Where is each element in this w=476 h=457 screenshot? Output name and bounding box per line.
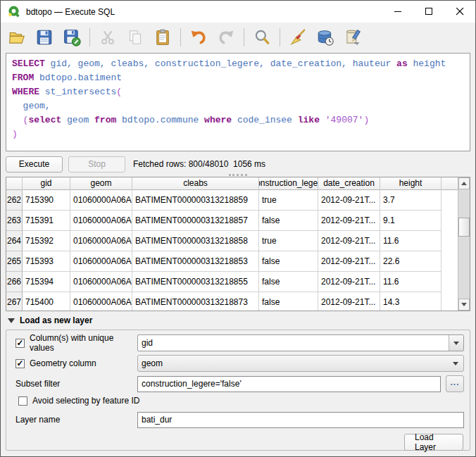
query-history-button[interactable] bbox=[313, 26, 337, 49]
toolbar bbox=[1, 23, 475, 51]
corner-header-cell[interactable] bbox=[6, 177, 23, 190]
combo-dropdown-button[interactable] bbox=[449, 335, 463, 351]
layer-name-input[interactable] bbox=[137, 412, 464, 428]
save-query-button[interactable] bbox=[32, 26, 56, 49]
load-as-new-layer-header[interactable]: Load as new layer bbox=[1, 311, 475, 330]
find-button[interactable] bbox=[250, 26, 274, 49]
table-cell-gid[interactable]: 715393 bbox=[23, 251, 70, 272]
table-cell-geom[interactable]: 01060000A06A0... bbox=[70, 231, 132, 251]
row-number-cell[interactable]: 265 bbox=[6, 251, 23, 272]
vertical-scrollbar[interactable] bbox=[458, 177, 470, 311]
unique-values-label[interactable]: Column(s) with unique values bbox=[30, 333, 137, 353]
minimize-button[interactable] bbox=[382, 1, 413, 23]
table-cell-height[interactable]: 3.7 bbox=[380, 190, 441, 211]
table-cell-geom[interactable]: 01060000A06A0... bbox=[70, 292, 132, 311]
column-header-gid[interactable]: gid bbox=[23, 177, 70, 190]
unique-values-combobox[interactable]: gid bbox=[137, 334, 464, 351]
arrow-down-icon bbox=[461, 303, 467, 306]
row-number-cell[interactable]: 266 bbox=[6, 272, 23, 292]
column-header-height[interactable]: height bbox=[380, 177, 441, 190]
row-number-cell[interactable]: 264 bbox=[6, 231, 23, 251]
table-cell-cleabs[interactable]: BATIMENT000000313218859 bbox=[132, 190, 259, 211]
table-row: 26771540001060000A06A0...BATIMENT0000003… bbox=[6, 292, 458, 311]
clear-query-button[interactable] bbox=[286, 26, 310, 49]
avoid-feature-id-checkbox[interactable] bbox=[18, 396, 27, 406]
table-cell-construction_legere[interactable]: true bbox=[259, 231, 318, 251]
combo-dropdown-button[interactable] bbox=[448, 362, 463, 365]
table-cell-geom[interactable]: 01060000A06A0... bbox=[70, 211, 132, 231]
maximize-icon bbox=[425, 8, 433, 15]
geometry-column-checkbox[interactable] bbox=[15, 359, 25, 368]
table-cell-cleabs[interactable]: BATIMENT000000313218857 bbox=[132, 211, 259, 231]
table-cell-construction_legere[interactable]: false bbox=[259, 272, 318, 292]
table-cell-geom[interactable]: 01060000A06A0... bbox=[70, 190, 132, 211]
table-cell-height[interactable]: 11.6 bbox=[380, 272, 441, 292]
scroll-down-button[interactable] bbox=[458, 299, 470, 311]
table-cell-cleabs[interactable]: BATIMENT000000313218858 bbox=[132, 231, 259, 251]
table-cell-height[interactable]: 9.1 bbox=[380, 211, 441, 231]
load-layer-button[interactable]: Load Layer bbox=[404, 434, 463, 451]
table-cell-gid[interactable]: 715400 bbox=[23, 292, 70, 311]
save-query-as-button[interactable] bbox=[60, 26, 84, 49]
table-cell-gid[interactable]: 715390 bbox=[23, 190, 70, 211]
paste-button[interactable] bbox=[151, 26, 175, 49]
table-cell-construction_legere[interactable]: false bbox=[259, 211, 318, 231]
table-row: 26471539201060000A06A0...BATIMENT0000003… bbox=[6, 231, 458, 251]
table-cell-date_creation[interactable]: 2012-09-21T... bbox=[318, 231, 380, 251]
unique-values-checkbox[interactable] bbox=[15, 339, 25, 348]
create-view-icon bbox=[344, 28, 362, 46]
row-filler bbox=[441, 231, 458, 251]
cut-icon bbox=[99, 28, 117, 46]
table-cell-date_creation[interactable]: 2012-09-21T... bbox=[318, 292, 380, 311]
column-header-date_creation[interactable]: date_creation bbox=[318, 177, 380, 190]
close-button[interactable] bbox=[444, 1, 475, 23]
table-cell-height[interactable]: 22.6 bbox=[380, 251, 441, 272]
table-cell-cleabs[interactable]: BATIMENT000000313218855 bbox=[132, 272, 259, 292]
scroll-up-button[interactable] bbox=[458, 177, 470, 189]
table-cell-cleabs[interactable]: BATIMENT000000313218853 bbox=[132, 251, 259, 272]
row-number-cell[interactable]: 262 bbox=[6, 190, 23, 211]
table-cell-date_creation[interactable]: 2012-09-21T... bbox=[318, 251, 380, 272]
scrollbar-thumb[interactable] bbox=[458, 218, 470, 237]
table-cell-height[interactable]: 14.3 bbox=[380, 292, 441, 311]
geometry-column-combobox[interactable]: geom bbox=[137, 355, 464, 372]
table-cell-gid[interactable]: 715391 bbox=[23, 211, 70, 231]
table-cell-gid[interactable]: 715392 bbox=[23, 231, 70, 251]
table-cell-gid[interactable]: 715394 bbox=[23, 272, 70, 292]
column-header-construction_legere[interactable]: construction_legere bbox=[259, 177, 318, 190]
splitter-handle[interactable] bbox=[229, 174, 247, 176]
table-cell-date_creation[interactable]: 2012-09-21T... bbox=[318, 190, 380, 211]
chevron-down-icon bbox=[453, 342, 459, 345]
table-cell-date_creation[interactable]: 2012-09-21T... bbox=[318, 272, 380, 292]
create-view-button[interactable] bbox=[341, 26, 365, 49]
maximize-button[interactable] bbox=[413, 1, 444, 23]
table-cell-height[interactable]: 11.6 bbox=[380, 231, 441, 251]
table-cell-construction_legere[interactable]: false bbox=[259, 251, 318, 272]
table-cell-geom[interactable]: 01060000A06A0... bbox=[70, 251, 132, 272]
table-cell-date_creation[interactable]: 2012-09-21T... bbox=[318, 211, 380, 231]
table-cell-cleabs[interactable]: BATIMENT000000313218873 bbox=[132, 292, 259, 311]
database-clock-icon bbox=[316, 28, 334, 46]
collapse-arrow-icon bbox=[8, 318, 15, 323]
table-cell-construction_legere[interactable]: true bbox=[259, 190, 318, 211]
toolbar-separator bbox=[244, 28, 244, 46]
column-header-geom[interactable]: geom bbox=[70, 177, 132, 190]
table-cell-construction_legere[interactable]: false bbox=[259, 292, 318, 311]
table-cell-geom[interactable]: 01060000A06A0... bbox=[70, 272, 132, 292]
column-header-cleabs[interactable]: cleabs bbox=[132, 177, 259, 190]
open-query-button[interactable] bbox=[5, 26, 29, 49]
execute-button[interactable]: Execute bbox=[6, 156, 63, 173]
geometry-column-label[interactable]: Geometry column bbox=[30, 358, 96, 368]
undo-button[interactable] bbox=[187, 26, 211, 49]
avoid-feature-id-label[interactable]: Avoid selecting by feature ID bbox=[32, 396, 140, 406]
row-number-cell[interactable]: 263 bbox=[6, 211, 23, 231]
titlebar[interactable]: bdtopo — Execute SQL bbox=[1, 1, 475, 23]
sql-line: SELECT gid, geom, cleabs, construction_l… bbox=[12, 57, 464, 71]
sql-editor[interactable]: SELECT gid, geom, cleabs, construction_l… bbox=[6, 53, 470, 151]
table-row: 26371539101060000A06A0...BATIMENT0000003… bbox=[6, 211, 458, 231]
fetched-rows-status: Fetched rows: 800/48010 1056 ms bbox=[133, 159, 265, 169]
row-number-cell[interactable]: 267 bbox=[6, 292, 23, 311]
table-header-row: gidgeomcleabsconstruction_legeredate_cre… bbox=[6, 177, 458, 190]
subset-filter-browse-button[interactable]: ... bbox=[446, 375, 464, 392]
subset-filter-input[interactable] bbox=[137, 376, 441, 392]
